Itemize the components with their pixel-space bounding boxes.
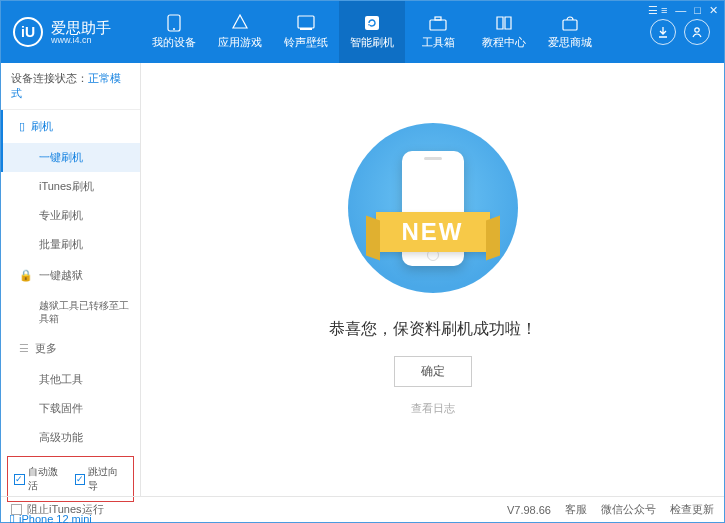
nav-label: 铃声壁纸	[284, 35, 328, 50]
sidebar-group-label: 更多	[35, 341, 57, 356]
sidebar-group-label: 刷机	[31, 119, 53, 134]
shop-icon	[560, 14, 580, 32]
app-header: ☰ ≡ — □ ✕ iU 爱思助手 www.i4.cn 我的设备 应用游戏 铃声	[1, 1, 724, 63]
main-content: NEW 恭喜您，保资料刷机成功啦！ 确定 查看日志	[141, 63, 724, 496]
success-message: 恭喜您，保资料刷机成功啦！	[329, 319, 537, 340]
toolbox-icon	[428, 14, 448, 32]
logo: iU 爱思助手 www.i4.cn	[1, 17, 141, 47]
app-url: www.i4.cn	[51, 35, 111, 45]
connection-status: 设备连接状态：正常模式	[1, 63, 140, 110]
user-button[interactable]	[684, 19, 710, 45]
checkbox-auto-activate[interactable]: ✓自动激活	[14, 465, 67, 493]
view-log-link[interactable]: 查看日志	[411, 401, 455, 416]
phone-icon	[164, 14, 184, 32]
nav-apps[interactable]: 应用游戏	[207, 1, 273, 63]
checkbox-label: 阻止iTunes运行	[27, 502, 104, 517]
app-name: 爱思助手	[51, 20, 111, 35]
sidebar-item-batch[interactable]: 批量刷机	[1, 230, 140, 259]
logo-icon: iU	[13, 17, 43, 47]
checkbox-label: 跳过向导	[88, 465, 127, 493]
header-right	[650, 19, 724, 45]
support-link[interactable]: 客服	[565, 502, 587, 517]
nav-tutorials[interactable]: 教程中心	[471, 1, 537, 63]
nav-label: 爱思商城	[548, 35, 592, 50]
sidebar-item-oneclick[interactable]: 一键刷机	[1, 143, 140, 172]
sidebar-item-advanced[interactable]: 高级功能	[1, 423, 140, 452]
nav-label: 我的设备	[152, 35, 196, 50]
window-controls: ☰ ≡ — □ ✕	[648, 4, 718, 17]
checkbox-block-itunes[interactable]: 阻止iTunes运行	[11, 502, 104, 517]
minimize-icon[interactable]: —	[675, 4, 686, 17]
svg-rect-6	[435, 17, 441, 20]
check-update-link[interactable]: 检查更新	[670, 502, 714, 517]
book-icon	[494, 14, 514, 32]
nav-toolbox[interactable]: 工具箱	[405, 1, 471, 63]
phone-small-icon: ▯	[19, 120, 25, 133]
wechat-link[interactable]: 微信公众号	[601, 502, 656, 517]
sidebar-group-label: 一键越狱	[39, 268, 83, 283]
nav-label: 教程中心	[482, 35, 526, 50]
maximize-icon[interactable]: □	[694, 4, 701, 17]
status-label: 设备连接状态：	[11, 72, 88, 84]
svg-rect-4	[365, 16, 379, 30]
status-bar: 阻止iTunes运行 V7.98.66 客服 微信公众号 检查更新	[1, 496, 724, 522]
wallpaper-icon	[296, 14, 316, 32]
ok-button[interactable]: 确定	[394, 356, 472, 387]
list-icon: ☰	[19, 342, 29, 355]
nav-shop[interactable]: 爱思商城	[537, 1, 603, 63]
checkbox-label: 自动激活	[28, 465, 67, 493]
nav-label: 应用游戏	[218, 35, 262, 50]
svg-rect-5	[430, 20, 446, 30]
version-label: V7.98.66	[507, 504, 551, 516]
menu-icon[interactable]: ☰ ≡	[648, 4, 667, 17]
nav-label: 智能刷机	[350, 35, 394, 50]
close-icon[interactable]: ✕	[709, 4, 718, 17]
new-ribbon: NEW	[376, 212, 490, 252]
svg-rect-2	[298, 16, 314, 28]
sidebar-item-download-fw[interactable]: 下载固件	[1, 394, 140, 423]
sidebar-jailbreak-note: 越狱工具已转移至工具箱	[1, 292, 140, 332]
success-illustration: NEW	[348, 123, 518, 293]
svg-point-1	[173, 28, 175, 30]
sidebar-item-other[interactable]: 其他工具	[1, 365, 140, 394]
checkbox-skip-guide[interactable]: ✓跳过向导	[75, 465, 128, 493]
lock-icon: 🔒	[19, 269, 33, 282]
download-button[interactable]	[650, 19, 676, 45]
nav-flash[interactable]: 智能刷机	[339, 1, 405, 63]
main-nav: 我的设备 应用游戏 铃声壁纸 智能刷机 工具箱 教程中心	[141, 1, 650, 63]
sidebar-item-itunes[interactable]: iTunes刷机	[1, 172, 140, 201]
svg-rect-3	[300, 28, 312, 30]
refresh-icon	[362, 14, 382, 32]
svg-point-8	[695, 28, 699, 32]
sidebar-group-more[interactable]: ☰ 更多	[1, 332, 140, 365]
sidebar-group-jailbreak: 🔒 一键越狱	[1, 259, 140, 292]
sidebar-group-flash[interactable]: ▯ 刷机	[1, 110, 140, 143]
nav-label: 工具箱	[422, 35, 455, 50]
apps-icon	[230, 14, 250, 32]
nav-my-device[interactable]: 我的设备	[141, 1, 207, 63]
sidebar-item-pro[interactable]: 专业刷机	[1, 201, 140, 230]
svg-rect-7	[563, 20, 577, 30]
nav-ringtones[interactable]: 铃声壁纸	[273, 1, 339, 63]
sidebar: 设备连接状态：正常模式 ▯ 刷机 一键刷机 iTunes刷机 专业刷机 批量刷机…	[1, 63, 141, 496]
